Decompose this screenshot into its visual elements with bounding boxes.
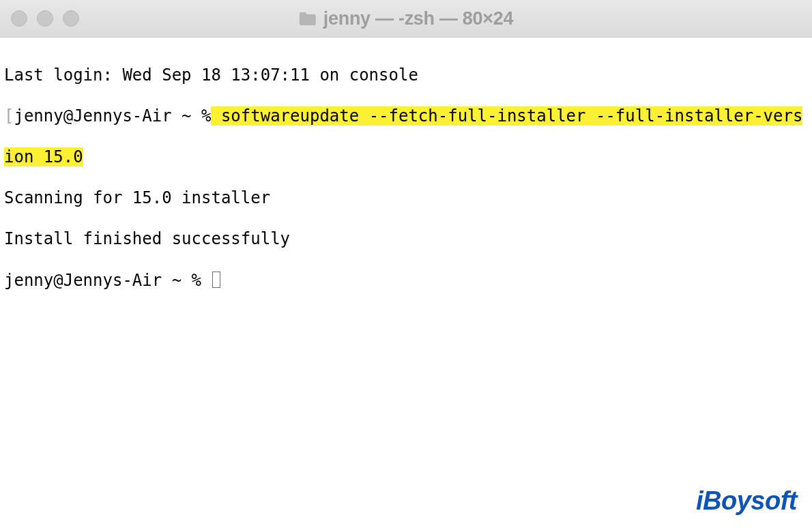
terminal-output[interactable]: Last login: Wed Sep 18 13:07:11 on conso… [0,38,812,318]
close-window-button[interactable] [11,10,27,27]
zoom-window-button[interactable] [63,10,79,27]
output-scanning: Scanning for 15.0 installer [4,188,270,207]
output-finished: Install finished successfully [4,229,290,248]
last-login-text: Last login: Wed Sep 18 13:07:11 on conso… [4,65,418,85]
prompt-bracket: [ [4,106,14,126]
traffic-lights [11,10,79,27]
terminal-cursor [212,272,220,288]
window-title-text: jenny — -zsh — 80×24 [323,8,513,29]
shell-prompt: jenny@Jennys-Air ~ % [14,106,211,126]
watermark-text: iBoysoft [696,486,797,515]
minimize-window-button[interactable] [37,10,53,27]
folder-icon [299,11,317,26]
watermark-logo: iBoysoft [696,486,797,516]
shell-prompt-2: jenny@Jennys-Air ~ % [4,271,211,290]
highlighted-command-part2: ion 15.0 [4,147,83,166]
window-title-bar: jenny — -zsh — 80×24 [0,0,812,38]
highlighted-command-part1: softwareupdate --fetch-full-installer --… [211,106,802,126]
window-title: jenny — -zsh — 80×24 [299,8,513,29]
